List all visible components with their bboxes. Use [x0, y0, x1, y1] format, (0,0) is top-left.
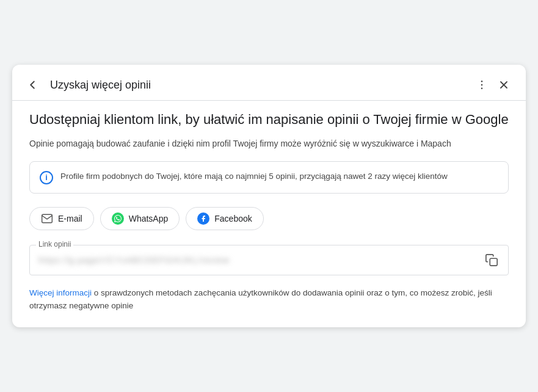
- svg-point-1: [481, 84, 483, 86]
- main-heading: Udostępniaj klientom link, by ułatwić im…: [29, 111, 509, 129]
- link-field-value: https://g.page/r/CYxABCDEFGHIJKL/review: [38, 255, 478, 265]
- whatsapp-icon-circle: [112, 212, 124, 225]
- email-button-label: E-mail: [58, 214, 82, 223]
- more-options-button[interactable]: [472, 75, 492, 95]
- subtitle: Opinie pomagają budować zaufanie i dzięk…: [29, 137, 509, 150]
- close-button[interactable]: [494, 75, 514, 95]
- email-share-button[interactable]: E-mail: [29, 207, 94, 230]
- link-field-container: Link opinii https://g.page/r/CYxABCDEFGH…: [29, 245, 509, 275]
- facebook-icon-svg: [200, 215, 207, 222]
- footer-text: Więcej informacji o sprawdzonych metodac…: [29, 286, 509, 313]
- dialog-title: Uzyskaj więcej opinii: [50, 79, 465, 92]
- svg-point-2: [481, 88, 483, 90]
- dialog-header: Uzyskaj więcej opinii: [12, 65, 526, 100]
- back-icon: [26, 78, 39, 92]
- more-info-link[interactable]: Więcej informacji: [29, 288, 92, 297]
- email-icon-svg: [41, 212, 53, 225]
- whatsapp-share-button[interactable]: WhatsApp: [100, 207, 180, 230]
- back-button[interactable]: [22, 74, 43, 95]
- info-box: i Profile firm podobnych do Twojej, któr…: [29, 161, 509, 194]
- whatsapp-icon-svg: [114, 215, 122, 222]
- facebook-share-button[interactable]: Facebook: [186, 207, 263, 230]
- svg-point-0: [481, 81, 483, 82]
- link-field-label: Link opinii: [36, 240, 73, 249]
- copy-link-button[interactable]: [482, 251, 501, 269]
- close-icon: [498, 79, 510, 91]
- facebook-button-label: Facebook: [214, 214, 252, 223]
- facebook-icon: [197, 212, 209, 225]
- dialog-body: Udostępniaj klientom link, by ułatwić im…: [12, 101, 526, 327]
- info-box-text: Profile firm podobnych do Twojej, które …: [60, 170, 448, 183]
- share-buttons-group: E-mail WhatsApp: [29, 207, 509, 230]
- facebook-icon-circle: [197, 212, 209, 225]
- dialog: Uzyskaj więcej opinii Udostępniaj klient…: [12, 65, 526, 327]
- more-icon: [476, 79, 488, 91]
- email-icon: [41, 212, 53, 225]
- footer-rest-text: o sprawdzonych metodach zachęcania użytk…: [29, 288, 492, 311]
- svg-rect-6: [490, 258, 497, 266]
- copy-icon: [485, 253, 498, 267]
- whatsapp-icon: [112, 212, 124, 225]
- whatsapp-button-label: WhatsApp: [129, 214, 169, 223]
- info-icon: i: [40, 171, 53, 184]
- header-actions: [472, 75, 514, 95]
